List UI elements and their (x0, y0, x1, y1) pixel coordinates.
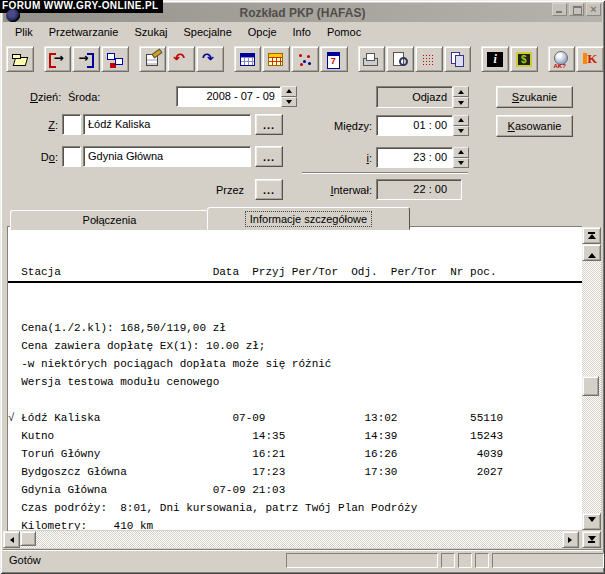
table-row[interactable]: Kutno 14:35 14:39 15243 (8, 427, 582, 445)
price-list-icon (420, 51, 438, 67)
table-row[interactable]: Wersja testowa modułu cenowego (8, 373, 582, 391)
hafas-k-button[interactable] (576, 46, 604, 72)
and-spin-down-button[interactable] (453, 158, 469, 169)
to-browse-button[interactable]: ... (255, 146, 283, 167)
table-row[interactable]: Toruń Główny 16:21 16:26 4039 (8, 445, 582, 463)
toolbar-separator (349, 59, 358, 60)
scroll-top-icon (588, 230, 596, 239)
redo-icon (201, 51, 219, 67)
table-row[interactable]: -w niektórych pociągach dopłata może się… (8, 355, 582, 373)
info-icon (487, 52, 503, 67)
from-label: Z: (20, 119, 58, 131)
tab-connections[interactable]: Połączenia (10, 210, 209, 230)
and-field[interactable]: 23 : 00 (376, 147, 453, 168)
import-button[interactable] (72, 46, 100, 72)
scroll-top-button[interactable] (582, 227, 601, 244)
price-list-button[interactable] (415, 46, 443, 72)
horizontal-scroll-thumb[interactable] (20, 531, 36, 546)
down-arrow-icon (588, 517, 596, 526)
date-field[interactable]: 2008 - 07 - 09 (176, 86, 281, 107)
table-row[interactable]: Czas podróży: 8:01, Dni kursowania, patr… (8, 499, 582, 517)
table-row[interactable]: Bydgoszcz Główna 17:23 17:30 2027 (8, 463, 582, 481)
print-button[interactable] (358, 46, 386, 72)
window-controls (552, 3, 601, 16)
application-window: Rozkład PKP (HAFAS) FORUM WWW.GRY-ONLINE… (0, 0, 605, 574)
undo-button[interactable] (167, 46, 195, 72)
table-row[interactable]: Cena(1./2.kl): 168,50/119,00 zł (8, 319, 582, 337)
redo-button[interactable] (196, 46, 224, 72)
scroll-bottom-button[interactable] (582, 531, 601, 548)
cd-button[interactable] (548, 46, 576, 72)
to-input[interactable]: Gdynia Główna (83, 146, 251, 167)
print-icon (362, 51, 380, 67)
date-spin-up-button[interactable] (281, 86, 297, 97)
up-arrow-icon (458, 115, 464, 122)
between-spin-up-button[interactable] (453, 115, 469, 126)
from-type-box[interactable] (62, 114, 81, 135)
undo-icon (172, 51, 190, 67)
and-spin-up-button[interactable] (453, 147, 469, 158)
between-field[interactable]: 01 : 00 (376, 115, 453, 136)
info-button[interactable] (481, 46, 509, 72)
mode-field[interactable]: Odjazd (376, 86, 453, 108)
day-name-label: Środa: (68, 91, 100, 103)
price-info-button[interactable] (510, 46, 538, 72)
and-label: i: (295, 152, 372, 164)
mode-spin-up-button[interactable] (453, 86, 469, 97)
search-button[interactable]: Szukanie (496, 86, 573, 108)
minimize-button[interactable] (552, 3, 567, 16)
maximize-button[interactable] (569, 3, 584, 16)
menu-szukaj[interactable]: Szukaj (126, 24, 175, 40)
timetable-color-button[interactable] (262, 46, 290, 72)
scroll-up-button[interactable] (582, 244, 601, 261)
close-button[interactable] (586, 3, 601, 16)
calendar-button[interactable] (320, 46, 348, 72)
export-button[interactable] (44, 46, 72, 72)
horizontal-scroll-track[interactable] (20, 531, 562, 548)
scroll-right-button[interactable] (562, 531, 579, 548)
properties-button[interactable] (139, 46, 167, 72)
date-spin-down-button[interactable] (281, 97, 297, 108)
menu-przetwarzanie[interactable]: Przetwarzanie (41, 24, 127, 40)
table-row[interactable]: √ Łódź Kaliska 07-09 13:02 55110 (8, 409, 582, 427)
menu-info[interactable]: Info (285, 24, 319, 40)
open-folder-button[interactable] (6, 46, 34, 72)
left-arrow-icon (7, 537, 14, 543)
table-row[interactable]: Cena zawiera dopłatę EX(1): 10.00 zł; (8, 337, 582, 355)
menu-plik[interactable]: Plik (7, 24, 41, 40)
form-separator (302, 172, 468, 174)
route-dots-button[interactable] (291, 46, 319, 72)
transfer-icon (106, 51, 124, 67)
to-type-box[interactable] (62, 146, 81, 167)
toolbar-separator (225, 59, 234, 60)
from-browse-button[interactable]: ... (255, 114, 283, 135)
scroll-down-button[interactable] (582, 513, 601, 530)
menu-specjalne[interactable]: Specjalne (175, 24, 239, 40)
menu-opcje[interactable]: Opcje (240, 24, 285, 40)
copy-button[interactable] (444, 46, 472, 72)
via-browse-button[interactable]: ... (255, 179, 283, 200)
table-row[interactable]: Gdynia Główna 07-09 21:03 (8, 481, 582, 499)
clear-button[interactable]: Kasowanie (496, 115, 573, 137)
table-row[interactable] (8, 391, 582, 409)
interval-value: 22 : 00 (377, 180, 461, 199)
from-input[interactable]: Łódź Kaliska (83, 114, 251, 135)
from-value: Łódź Kaliska (84, 115, 250, 134)
timetable-button[interactable] (234, 46, 262, 72)
between-spin-down-button[interactable] (453, 126, 469, 137)
menu-pomoc[interactable]: Pomoc (319, 24, 369, 40)
transfer-button[interactable] (101, 46, 129, 72)
price-info-icon (516, 52, 532, 67)
status-panel (286, 553, 438, 568)
hafas-k-icon (581, 51, 599, 67)
mode-spin-down-button[interactable] (453, 97, 469, 108)
table-row[interactable]: Kilometry: 410 km (8, 517, 582, 530)
scroll-left-button[interactable] (3, 531, 20, 548)
print-preview-button[interactable] (386, 46, 414, 72)
cd-icon (553, 51, 571, 67)
tab-details[interactable]: Informacje szczegółowe (207, 207, 410, 230)
status-text: Gotów (9, 554, 41, 566)
vertical-scroll-thumb[interactable] (582, 376, 599, 396)
timetable-color-icon (267, 51, 285, 67)
vertical-scroll-track[interactable] (582, 261, 601, 513)
